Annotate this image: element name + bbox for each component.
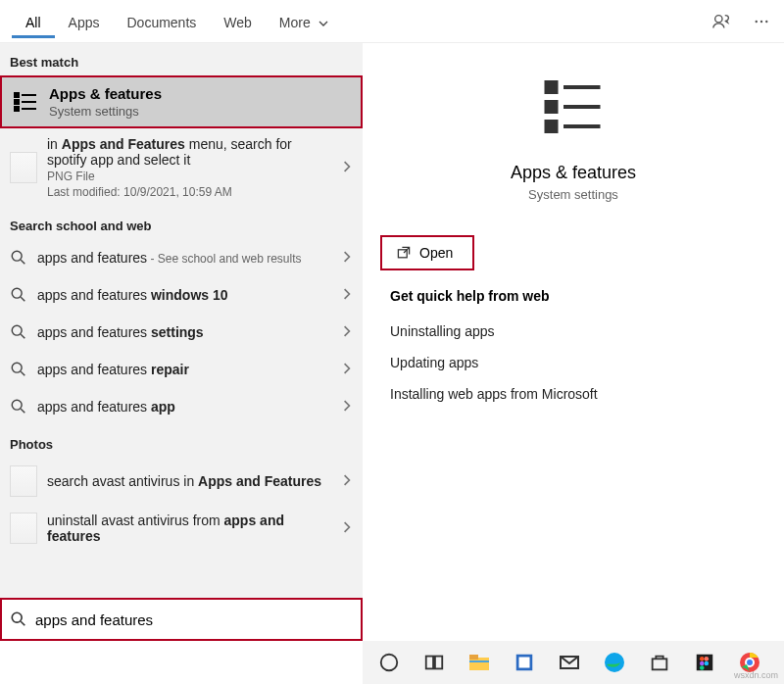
help-title: Get quick help from web xyxy=(390,288,757,304)
svg-rect-4 xyxy=(15,93,19,97)
taskbar-taskview-icon[interactable] xyxy=(421,650,447,675)
web-result[interactable]: apps and features - See school and web r… xyxy=(0,239,363,276)
file-result-type: PNG File xyxy=(47,170,331,183)
svg-point-1 xyxy=(756,20,758,22)
svg-point-42 xyxy=(705,657,710,661)
open-icon xyxy=(396,245,412,261)
svg-point-29 xyxy=(381,655,398,671)
svg-point-20 xyxy=(12,612,22,622)
svg-rect-30 xyxy=(426,657,433,669)
svg-point-3 xyxy=(765,20,767,22)
search-box[interactable] xyxy=(0,598,363,641)
chevron-right-icon[interactable] xyxy=(341,398,353,415)
detail-subtitle: System settings xyxy=(363,187,784,202)
svg-point-48 xyxy=(747,660,753,665)
chevron-right-icon[interactable] xyxy=(341,323,353,341)
svg-rect-26 xyxy=(547,122,557,131)
taskbar-figma-icon[interactable] xyxy=(692,650,717,675)
svg-point-0 xyxy=(715,15,722,22)
help-link[interactable]: Installing web apps from Microsoft xyxy=(390,378,757,410)
watermark: wsxdn.com xyxy=(734,670,778,680)
svg-point-12 xyxy=(12,288,22,298)
best-match-title: Apps & features xyxy=(49,85,162,102)
tab-documents[interactable]: Documents xyxy=(113,5,210,38)
tab-apps[interactable]: Apps xyxy=(55,5,114,38)
section-best-match: Best match xyxy=(0,43,363,75)
web-result[interactable]: apps and features repair xyxy=(0,351,363,388)
taskbar-store-icon[interactable] xyxy=(647,650,672,675)
tab-more[interactable]: More xyxy=(266,5,342,38)
web-result-text: apps and features app xyxy=(37,399,331,415)
best-match-subtitle: System settings xyxy=(49,104,162,119)
svg-rect-22 xyxy=(547,82,557,92)
section-web: Search school and web xyxy=(0,207,363,239)
tab-web[interactable]: Web xyxy=(210,5,266,38)
svg-point-16 xyxy=(12,363,22,372)
search-icon xyxy=(10,323,27,341)
more-options-icon[interactable] xyxy=(751,11,772,32)
svg-point-43 xyxy=(700,661,705,666)
photo-result-title: uninstall avast antivirus from apps and … xyxy=(47,513,331,544)
svg-rect-39 xyxy=(653,659,667,669)
svg-line-19 xyxy=(21,409,24,413)
open-button[interactable]: Open xyxy=(380,235,474,270)
help-link[interactable]: Uninstalling apps xyxy=(390,316,757,347)
search-icon xyxy=(10,249,27,267)
chevron-right-icon[interactable] xyxy=(341,249,353,267)
apps-features-large-icon xyxy=(539,73,608,145)
svg-point-38 xyxy=(605,653,624,672)
help-section: Get quick help from web Uninstalling app… xyxy=(363,270,784,427)
chevron-right-icon[interactable] xyxy=(341,472,353,490)
taskbar xyxy=(363,641,784,684)
taskbar-cortana-icon[interactable] xyxy=(376,650,402,675)
open-label: Open xyxy=(419,245,453,261)
photo-thumbnail-icon xyxy=(10,465,37,497)
results-pane: Best match Apps & features System settin… xyxy=(0,43,363,641)
svg-point-45 xyxy=(700,665,705,670)
feedback-icon[interactable] xyxy=(711,11,733,32)
svg-rect-34 xyxy=(469,660,489,662)
photo-result-title: search avast antivirus in Apps and Featu… xyxy=(47,473,331,489)
taskbar-explorer-icon[interactable] xyxy=(466,650,492,675)
file-thumbnail-icon xyxy=(10,152,37,183)
taskbar-mail-icon[interactable] xyxy=(557,650,582,675)
web-result-text: apps and features settings xyxy=(37,324,331,340)
svg-rect-8 xyxy=(15,107,19,111)
svg-line-17 xyxy=(21,371,24,375)
svg-point-18 xyxy=(12,400,22,410)
chevron-down-icon xyxy=(318,19,328,28)
detail-title: Apps & features xyxy=(363,163,784,183)
search-icon xyxy=(10,361,27,378)
file-result-title: in Apps and Features menu, search for sp… xyxy=(47,136,331,168)
tab-all[interactable]: All xyxy=(12,5,55,38)
svg-point-41 xyxy=(700,657,705,661)
photo-thumbnail-icon xyxy=(10,513,37,544)
web-result-text: apps and features windows 10 xyxy=(37,287,331,303)
search-icon xyxy=(10,286,27,304)
web-result-text: apps and features - See school and web r… xyxy=(37,250,331,266)
svg-point-14 xyxy=(12,325,22,335)
svg-point-2 xyxy=(760,20,762,22)
svg-rect-31 xyxy=(435,657,442,669)
svg-line-13 xyxy=(21,297,24,301)
best-match-result[interactable]: Apps & features System settings xyxy=(0,75,363,128)
photo-result[interactable]: uninstall avast antivirus from apps and … xyxy=(0,505,363,591)
file-result[interactable]: in Apps and Features menu, search for sp… xyxy=(0,128,363,207)
search-icon xyxy=(10,398,27,415)
photo-result[interactable]: search avast antivirus in Apps and Featu… xyxy=(0,458,363,505)
search-input[interactable] xyxy=(33,611,353,629)
taskbar-edge-icon[interactable] xyxy=(602,650,627,675)
web-result[interactable]: apps and features windows 10 xyxy=(0,276,363,314)
chevron-right-icon[interactable] xyxy=(341,159,353,176)
help-link[interactable]: Updating apps xyxy=(390,347,757,378)
chevron-right-icon[interactable] xyxy=(341,519,353,537)
svg-point-44 xyxy=(705,661,710,666)
apps-features-icon xyxy=(12,88,39,116)
web-result-text: apps and features repair xyxy=(37,362,331,377)
chevron-right-icon[interactable] xyxy=(341,286,353,304)
taskbar-office-icon[interactable] xyxy=(512,650,537,675)
svg-rect-36 xyxy=(519,658,530,668)
web-result[interactable]: apps and features settings xyxy=(0,314,363,351)
chevron-right-icon[interactable] xyxy=(341,361,353,378)
web-result[interactable]: apps and features app xyxy=(0,388,363,425)
